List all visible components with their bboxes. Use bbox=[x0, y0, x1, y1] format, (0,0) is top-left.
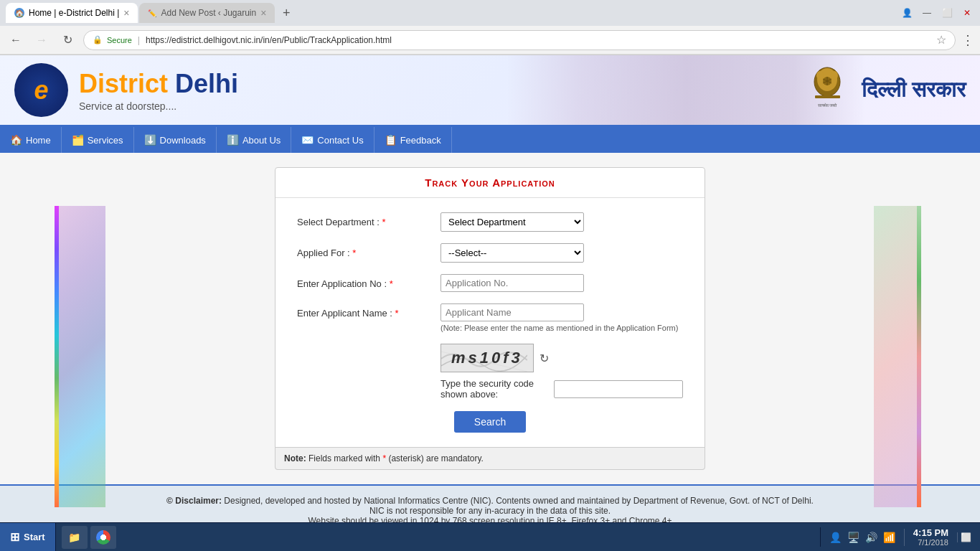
window-close[interactable]: ✕ bbox=[960, 6, 974, 20]
start-button[interactable]: ⊞ Start bbox=[0, 523, 56, 551]
svg-point-9 bbox=[831, 71, 838, 80]
app-no-required: * bbox=[390, 278, 393, 289]
home-icon: 🏠 bbox=[10, 134, 22, 146]
applied-for-select[interactable]: --Select-- bbox=[440, 243, 584, 263]
captcha-refresh-button[interactable]: ↻ bbox=[540, 352, 549, 365]
windows-icon: ⊞ bbox=[10, 530, 19, 544]
captcha-image: ms10f3 bbox=[440, 344, 534, 372]
header-left: e District Delhi Service at doorstep.... bbox=[14, 63, 238, 117]
nav-services[interactable]: 🗂️ Services bbox=[62, 127, 134, 153]
captcha-security-label: Type the security code shown above: bbox=[440, 378, 548, 400]
clock-time: 4:15 PM bbox=[913, 527, 948, 538]
window-maximize[interactable]: ⬜ bbox=[940, 6, 954, 20]
volume-icon: 🔊 bbox=[865, 532, 877, 543]
site-name-part1: District bbox=[79, 69, 168, 98]
footer-line2: NIC is not responsible for any in-acurac… bbox=[14, 506, 966, 516]
tab-close-1[interactable]: × bbox=[123, 7, 129, 19]
clock-date: 7/1/2018 bbox=[913, 538, 948, 547]
show-desktop-icon[interactable]: ⬜ bbox=[957, 532, 971, 542]
nav-contact-label: Contact Us bbox=[317, 135, 363, 146]
app-no-input[interactable] bbox=[440, 274, 584, 292]
new-tab-button[interactable]: + bbox=[276, 3, 296, 23]
nav-downloads[interactable]: ⬇️ Downloads bbox=[134, 127, 217, 153]
logo-circle: e bbox=[14, 63, 68, 117]
tab-favicon-2: ✏️ bbox=[148, 9, 156, 17]
navbar: 🏠 Home 🗂️ Services ⬇️ Downloads ℹ️ About… bbox=[0, 127, 980, 153]
browser-menu[interactable]: ⋮ bbox=[961, 32, 974, 48]
refresh-button[interactable]: ↻ bbox=[57, 30, 77, 50]
right-color-panel bbox=[874, 206, 917, 507]
applicant-name-input[interactable] bbox=[440, 303, 584, 321]
system-icons: 👤 🖥️ 🔊 📶 bbox=[829, 532, 895, 543]
nav-about[interactable]: ℹ️ About Us bbox=[217, 127, 291, 153]
site-header: e District Delhi Service at doorstep.... bbox=[0, 55, 980, 127]
captcha-input[interactable] bbox=[554, 380, 683, 398]
department-row: Select Department : * Select Department bbox=[297, 212, 683, 232]
start-label: Start bbox=[24, 532, 45, 542]
taskbar-system: 👤 🖥️ 🔊 📶 4:15 PM 7/1/2018 ⬜ bbox=[820, 527, 980, 547]
tab-inactive[interactable]: ✏️ Add New Post ‹ Jugaruin × bbox=[139, 3, 275, 23]
nav-home[interactable]: 🏠 Home bbox=[0, 127, 62, 153]
form-title: Track Your Application bbox=[275, 168, 705, 198]
forward-button[interactable]: → bbox=[32, 30, 52, 50]
captcha-input-row: Type the security code shown above: bbox=[440, 378, 683, 400]
user-profile-icon: 👤 bbox=[829, 532, 842, 543]
applicant-name-field: (Note: Please enter the name as mentione… bbox=[440, 303, 683, 332]
applied-for-label: Applied For : * bbox=[297, 243, 440, 258]
footer-line1: © Disclaimer: Designed, developed and ho… bbox=[14, 496, 966, 506]
browser-frame: 🏠 Home | e-District Delhi | × ✏️ Add New… bbox=[0, 0, 980, 55]
tab-active[interactable]: 🏠 Home | e-District Delhi | × bbox=[6, 3, 138, 23]
browser-address-bar: ← → ↻ 🔒 Secure | https://edistrict.delhi… bbox=[0, 26, 980, 55]
secure-icon: 🔒 bbox=[93, 35, 103, 44]
note-suffix: (asterisk) are mandatory. bbox=[388, 453, 484, 463]
applicant-name-row: Enter Applicant Name : * (Note: Please e… bbox=[297, 303, 683, 332]
site-subtitle: Service at doorstep.... bbox=[79, 100, 238, 112]
nav-contact[interactable]: ✉️ Contact Us bbox=[291, 127, 374, 153]
nav-feedback[interactable]: 📋 Feedback bbox=[374, 127, 452, 153]
search-button-row: Search bbox=[297, 411, 683, 433]
svg-point-8 bbox=[816, 71, 824, 80]
logo-letter: e bbox=[34, 75, 48, 105]
track-application-form: Track Your Application Select Department… bbox=[275, 167, 705, 470]
window-user-icon[interactable]: 👤 bbox=[900, 6, 914, 20]
back-button[interactable]: ← bbox=[6, 30, 26, 50]
site-name-part2: Delhi bbox=[168, 69, 238, 98]
captcha-text: ms10f3 bbox=[451, 349, 523, 367]
time-display: 4:15 PM 7/1/2018 bbox=[913, 527, 948, 547]
footer-disclaimer-text: Designed, developed and hosted by Nation… bbox=[224, 496, 814, 506]
taskbar-chrome[interactable] bbox=[90, 526, 116, 549]
services-icon: 🗂️ bbox=[72, 134, 84, 146]
svg-rect-6 bbox=[815, 95, 840, 98]
window-controls: 👤 — ⬜ ✕ bbox=[900, 6, 974, 20]
tab-favicon-1: 🏠 bbox=[14, 8, 24, 18]
tab-close-2[interactable]: × bbox=[260, 7, 266, 19]
page-content: e District Delhi Service at doorstep.... bbox=[0, 55, 980, 536]
app-no-label: Enter Application No : * bbox=[297, 274, 440, 289]
nav-about-label: About Us bbox=[242, 135, 281, 146]
left-color-panel bbox=[59, 206, 105, 507]
bookmark-icon[interactable]: ☆ bbox=[936, 33, 946, 47]
department-select[interactable]: Select Department bbox=[440, 212, 584, 232]
applied-for-required: * bbox=[352, 248, 356, 258]
taskbar: ⊞ Start 📁 👤 🖥️ 🔊 📶 4:15 PM 7/1/2018 ⬜ bbox=[0, 522, 980, 551]
nav-home-label: Home bbox=[26, 135, 51, 146]
app-no-row: Enter Application No : * bbox=[297, 274, 683, 292]
search-button[interactable]: Search bbox=[454, 411, 526, 433]
window-minimize[interactable]: — bbox=[920, 6, 934, 20]
downloads-icon: ⬇️ bbox=[144, 134, 156, 146]
captcha-image-box: ms10f3 ↻ bbox=[440, 344, 683, 372]
department-field: Select Department bbox=[440, 212, 683, 232]
contact-icon: ✉️ bbox=[301, 134, 314, 146]
captcha-row: ms10f3 ↻ Type the security code shown ab… bbox=[297, 344, 683, 400]
disclaimer-label: © Disclaimer: bbox=[166, 496, 222, 506]
applicant-hint: (Note: Please enter the name as mentione… bbox=[440, 324, 683, 332]
network-icon: 🖥️ bbox=[847, 532, 859, 543]
applicant-name-label: Enter Applicant Name : * bbox=[297, 303, 440, 319]
taskbar-folder[interactable]: 📁 bbox=[62, 526, 88, 549]
address-box[interactable]: 🔒 Secure | https://edistrict.delhigovt.n… bbox=[83, 30, 956, 50]
applied-for-field: --Select-- bbox=[440, 243, 683, 263]
nav-services-label: Services bbox=[88, 135, 123, 146]
note-label: Note: bbox=[284, 453, 306, 463]
main-content: Track Your Application Select Department… bbox=[0, 153, 980, 484]
ashoka-emblem-container: सत्यमेव जयते bbox=[804, 64, 851, 116]
